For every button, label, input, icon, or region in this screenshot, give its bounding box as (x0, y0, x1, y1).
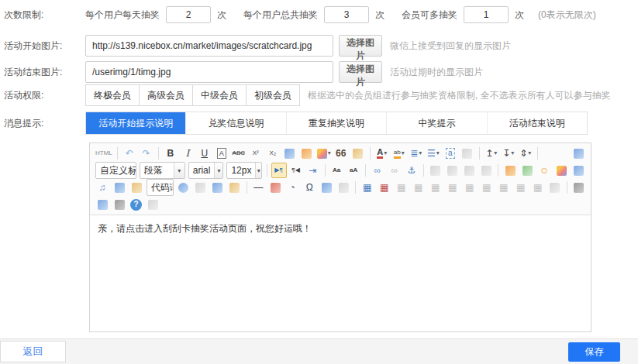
member-group-button-4[interactable]: 初级会员 (246, 84, 300, 106)
merge-down-icon[interactable]: ▦ (496, 180, 512, 195)
strikethrough-icon[interactable]: ABC (231, 146, 247, 161)
font-color-icon[interactable]: A▾ (374, 146, 390, 161)
emotion-icon[interactable]: ☺ (536, 163, 552, 178)
unlink-icon[interactable]: ∞ (387, 163, 402, 178)
editor-content[interactable]: 亲，请点击进入刮刮卡抽奖活动页面，祝您好运哦！ (90, 215, 591, 331)
insert-col-icon[interactable]: ▦ (411, 180, 426, 195)
scrawl-icon[interactable] (554, 163, 569, 178)
indent-icon[interactable]: ⇥ (305, 163, 321, 178)
save-button[interactable]: 保存 (568, 342, 620, 362)
format-brush-icon[interactable] (299, 146, 315, 161)
insert-map-icon[interactable] (129, 180, 144, 195)
start-image-pick-button[interactable]: 选择图片 (339, 35, 382, 57)
page-break-icon[interactable] (193, 180, 209, 195)
insert-table-icon[interactable]: ▦ (360, 180, 375, 195)
redo-icon[interactable]: ↷ (139, 146, 154, 161)
custom-title-select[interactable]: 自定义标题▾ (95, 162, 136, 179)
print-icon[interactable] (571, 180, 586, 195)
dir-rtl-icon[interactable]: ¶◀ (288, 163, 304, 178)
insert-code-icon[interactable] (176, 180, 191, 195)
subscript-icon[interactable]: X₂ (265, 146, 281, 161)
font-border-icon[interactable]: A (214, 146, 229, 161)
highlight-color-icon[interactable]: ab▾ (391, 146, 407, 161)
paragraph-top-spacing-icon[interactable]: ↥▾ (484, 146, 499, 161)
split-col-icon[interactable]: ▦ (530, 180, 546, 195)
anchor-ref-icon[interactable]: a (443, 146, 458, 161)
merge-cells-icon[interactable]: ▦ (462, 180, 478, 195)
image-align-left-icon[interactable] (427, 163, 443, 178)
background-icon[interactable] (227, 180, 243, 195)
format-clear-icon[interactable] (282, 146, 298, 161)
insert-time-icon[interactable]: ◔ (285, 180, 300, 195)
undo-icon[interactable]: ↶ (122, 146, 137, 161)
source-code-icon[interactable]: HTML (95, 146, 113, 161)
tab-message-3[interactable]: 重复抽奖说明 (286, 112, 386, 134)
merge-right-icon[interactable]: ▦ (479, 180, 495, 195)
first-letter-lower-icon[interactable]: aA (346, 163, 361, 178)
delete-col-icon[interactable]: ▦ (445, 180, 460, 195)
image-align-right-icon[interactable] (461, 163, 477, 178)
insert-date-icon[interactable] (267, 180, 283, 195)
special-chars-icon[interactable]: Ω (302, 180, 317, 195)
ordered-list-icon[interactable]: ≣▾ (409, 146, 424, 161)
font-size-select[interactable]: 12px▾ (226, 162, 262, 179)
start-image-input[interactable] (85, 35, 333, 57)
spellcheck-icon[interactable] (336, 180, 351, 195)
fullscreen-icon[interactable] (571, 146, 586, 161)
back-button[interactable]: 返回 (0, 341, 66, 362)
font-family-select[interactable]: arial▾ (188, 162, 224, 179)
dir-ltr-icon[interactable]: ▶¶ (271, 163, 287, 178)
link-icon[interactable]: ∞ (370, 163, 385, 178)
delete-row-icon[interactable]: ▦ (428, 180, 443, 195)
split-row-icon[interactable]: ▦ (513, 180, 529, 195)
total-input[interactable] (324, 6, 369, 23)
anchor-icon[interactable]: ⚓ (404, 163, 419, 178)
member-group-button-2[interactable]: 高级会员 (139, 84, 193, 106)
font-family-select-value: arial (189, 165, 215, 176)
formula-icon[interactable] (319, 180, 334, 195)
insert-row-icon[interactable]: ▦ (394, 180, 409, 195)
underline-icon[interactable]: U (197, 146, 212, 161)
screenshot-icon[interactable] (519, 163, 535, 178)
paste-filter-icon[interactable] (350, 146, 366, 161)
tab-message-2[interactable]: 兑奖信息说明 (185, 112, 285, 134)
superscript-icon[interactable]: X² (248, 146, 264, 161)
help-icon[interactable]: ? (130, 199, 142, 211)
end-image-input[interactable] (85, 61, 333, 83)
image-align-none-icon[interactable] (478, 163, 494, 178)
line-height-icon[interactable]: ⇕▾ (518, 146, 533, 161)
first-letter-upper-icon[interactable]: Aa (329, 163, 344, 178)
chevron-down-icon: ▾ (214, 163, 222, 178)
paragraph-select[interactable]: 段落▾ (140, 162, 185, 179)
draw-limits-row: 次数限制: 每个用户每天抽奖 次 每个用户总共抽奖 次 会员可多抽奖 次 (0表… (4, 6, 638, 23)
insert-image-icon[interactable] (502, 163, 518, 178)
template-icon[interactable] (210, 180, 226, 195)
delete-table-icon[interactable]: ▦ (377, 180, 392, 195)
horizontal-rule-icon[interactable]: — (250, 180, 266, 195)
auto-typeset-icon[interactable]: ▾ (316, 146, 332, 161)
attachment-icon[interactable] (112, 180, 127, 195)
bold-icon[interactable]: B (163, 146, 178, 161)
toolbar-separator (365, 164, 366, 177)
blank-doc-icon[interactable] (460, 146, 475, 161)
end-image-pick-button[interactable]: 选择图片 (339, 61, 382, 83)
insert-music-icon[interactable]: ♫ (95, 180, 110, 195)
italic-icon[interactable]: I (180, 146, 195, 161)
insert-video-icon[interactable] (571, 163, 586, 178)
per-day-input[interactable] (166, 6, 211, 23)
table-sort-icon[interactable] (547, 180, 563, 195)
member-group-button-1[interactable]: 终极会员 (85, 84, 140, 106)
member-group-button-3[interactable]: 中级会员 (192, 84, 247, 106)
paragraph-bottom-spacing-icon[interactable]: ↧▾ (501, 146, 516, 161)
preview-icon[interactable] (95, 197, 110, 212)
find-replace-icon[interactable] (112, 197, 127, 212)
unordered-list-icon[interactable]: ☰▾ (426, 146, 441, 161)
member-extra-input[interactable] (464, 6, 509, 23)
tab-message-5[interactable]: 活动结束说明 (487, 112, 587, 134)
code-language-select[interactable]: 代码语言▾ (147, 179, 174, 196)
paste-icon[interactable] (145, 197, 160, 212)
tab-message-1[interactable]: 活动开始提示说明 (86, 112, 185, 134)
image-align-center-icon[interactable] (444, 163, 460, 178)
blockquote-icon[interactable]: 66 (333, 146, 349, 161)
tab-message-4[interactable]: 中奖提示 (386, 112, 486, 134)
